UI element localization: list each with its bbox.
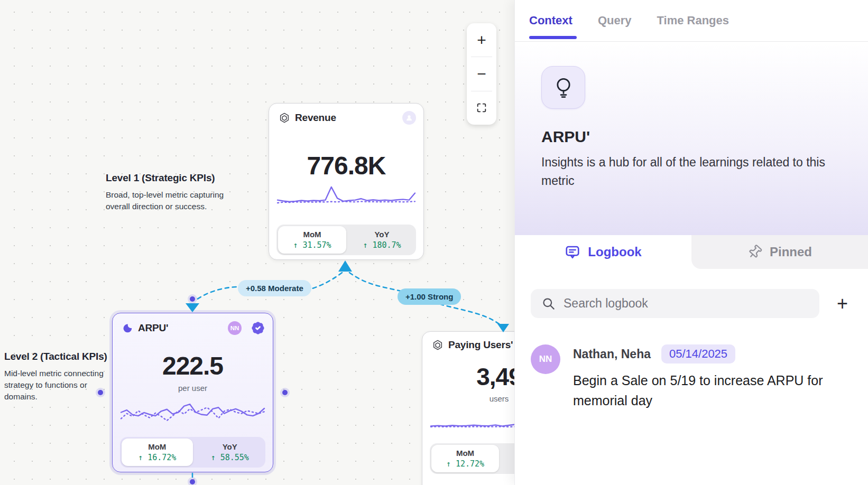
fit-view-button[interactable] [467, 91, 496, 125]
metric-card-arpu[interactable]: ARPU' NN 222.5 per user MoM ↑ 16.72% [112, 313, 273, 472]
mom-stat[interactable]: MoM ↑ 31.57% [278, 226, 346, 254]
mom-stat[interactable]: MoM ↑ 12.72% [431, 445, 499, 472]
author-avatar: NN [531, 344, 560, 374]
yoy-value: ↑ 180.7% [363, 240, 401, 250]
metric-unit: per user [113, 384, 273, 393]
add-logbook-entry-button[interactable]: + [837, 294, 848, 313]
section-tab-bar: Logbook Pinned [515, 235, 868, 269]
metric-hero: ARPU' Insights is a hub for all of the l… [515, 42, 868, 235]
hexagon-metric-icon [432, 339, 444, 351]
fullscreen-icon [476, 102, 487, 114]
tab-context[interactable]: Context [529, 14, 572, 27]
mom-value: ↑ 12.72% [446, 459, 484, 469]
stats-row: MoM ↑ 31.57% YoY ↑ 180.7% [276, 225, 416, 255]
card-title: Revenue [295, 112, 398, 124]
zoom-out-button[interactable]: − [467, 57, 496, 90]
zoom-in-button[interactable]: + [467, 23, 496, 57]
level-2-annotation: Level 2 (Tactical KPIs) Mid-level metric… [4, 351, 119, 403]
sparkline-chart [278, 179, 415, 207]
entry-author: Nathan, Neha [573, 347, 651, 361]
mom-label: MoM [148, 442, 166, 451]
hexagon-metric-icon [279, 112, 290, 124]
metric-tree-canvas[interactable]: Level 1 (Strategic KPIs) Broad, top-leve… [0, 0, 514, 485]
entry-text: Begin a Sale on 5/19 to increase ARPU fo… [573, 371, 843, 411]
mom-value: ↑ 31.57% [293, 240, 331, 250]
level-1-description: Broad, top-level metric capturing overal… [106, 189, 233, 212]
mom-label: MoM [303, 230, 321, 239]
panel-tab-bar: Context Query Time Ranges [515, 0, 868, 42]
yoy-label: YoY [374, 230, 389, 239]
canvas-zoom-toolbar: + − [467, 23, 496, 125]
mom-stat[interactable]: MoM ↑ 16.72% [122, 439, 193, 466]
metric-detail-panel: Context Query Time Ranges ARPU' Insights… [514, 0, 868, 485]
stats-row: MoM ↑ 16.72% YoY ↑ 58.55% [120, 437, 265, 468]
search-box [531, 289, 819, 318]
level-1-annotation: Level 1 (Strategic KPIs) Broad, top-leve… [106, 172, 233, 212]
level-1-title: Level 1 (Strategic KPIs) [106, 172, 233, 184]
search-icon [541, 296, 556, 311]
tab-time-ranges[interactable]: Time Ranges [657, 14, 729, 27]
arrowhead-up-icon [338, 260, 352, 272]
owner-initials-badge: NN [228, 321, 242, 335]
tab-pinned[interactable]: Pinned [691, 235, 868, 269]
tab-pinned-label: Pinned [770, 245, 812, 259]
mom-value: ↑ 16.72% [138, 453, 176, 462]
metric-title: ARPU' [541, 128, 842, 146]
pin-icon [747, 245, 762, 259]
yoy-value: ↑ 58.55% [211, 453, 249, 462]
yoy-stat[interactable]: YoY ↑ 180.7% [348, 225, 416, 255]
tab-logbook[interactable]: Logbook [515, 235, 691, 269]
mom-label: MoM [456, 449, 474, 458]
moon-metric-icon [122, 323, 133, 334]
logbook-search-row: + [531, 289, 852, 318]
arrowhead-down-icon [186, 303, 199, 312]
level-2-description: Mid-level metric connecting strategy to … [4, 368, 119, 403]
verified-check-icon [251, 321, 265, 335]
metric-value: 222.5 [113, 351, 273, 380]
metric-card-revenue[interactable]: Revenue 776.8K MoM ↑ 31.57% YoY ↑ 180 [269, 103, 424, 260]
user-avatar-icon [402, 111, 416, 125]
correlation-label-moderate[interactable]: +0.58 Moderate [238, 280, 311, 296]
yoy-label: YoY [223, 442, 237, 451]
level-2-title: Level 2 (Tactical KPIs) [4, 351, 119, 362]
search-logbook-input[interactable] [531, 289, 819, 318]
active-tab-underline [529, 36, 577, 39]
logbook-section: + NN Nathan, Neha 05/14/2025 Begin a Sal… [515, 269, 868, 411]
metric-description: Insights is a hub for all of the learnin… [541, 153, 848, 190]
tab-logbook-label: Logbook [588, 245, 641, 259]
logbook-chat-icon [565, 244, 580, 260]
correlation-label-strong[interactable]: +1.00 Strong [398, 288, 461, 305]
logbook-entry[interactable]: NN Nathan, Neha 05/14/2025 Begin a Sale … [531, 344, 852, 411]
yoy-stat[interactable]: YoY ↑ 58.55% [195, 437, 266, 468]
metric-value: 776.8K [269, 151, 423, 180]
entry-date-badge: 05/14/2025 [661, 344, 735, 363]
lightbulb-icon [541, 66, 585, 109]
tab-query[interactable]: Query [598, 14, 632, 27]
sparkline-chart [121, 397, 264, 424]
card-title: ARPU' [138, 322, 223, 334]
